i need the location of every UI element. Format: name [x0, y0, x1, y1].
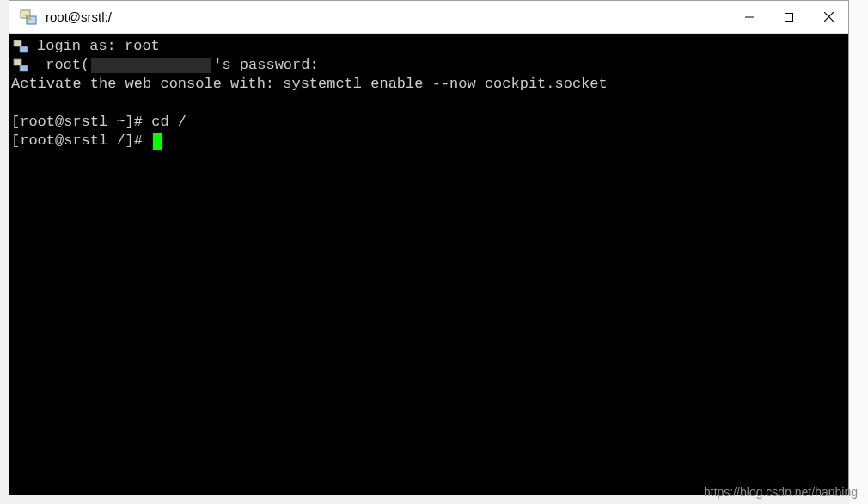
terminal-blank-line [11, 94, 847, 113]
svg-rect-7 [14, 40, 21, 46]
terminal-line: [root@srstl /]# [11, 132, 847, 151]
terminal-window: root@srstl:/ login as: root [9, 0, 849, 495]
maximize-button[interactable] [769, 1, 809, 33]
close-button[interactable] [809, 1, 848, 33]
password-prefix-text: root( [37, 56, 89, 75]
background-panel [849, 0, 868, 504]
svg-rect-10 [20, 65, 28, 71]
svg-rect-9 [14, 59, 21, 65]
terminal-line: [root@srstl ~]# cd / [11, 113, 847, 132]
password-suffix-text: 's password: [213, 56, 318, 75]
terminal-line: login as: root [11, 37, 847, 56]
putty-icon [16, 5, 40, 29]
cursor [153, 133, 162, 150]
minimize-button[interactable] [730, 1, 769, 33]
svg-rect-4 [785, 13, 793, 21]
terminal-line: Activate the web console with: systemctl… [11, 75, 847, 94]
svg-rect-8 [20, 46, 28, 52]
prompt-line-2-text: [root@srstl /]# [11, 132, 151, 151]
redacted-hostname [91, 58, 211, 73]
putty-line-icon [11, 57, 30, 74]
login-prompt-text: login as: root [37, 37, 160, 56]
window-controls [730, 1, 848, 33]
window-title: root@srstl:/ [46, 9, 730, 24]
terminal-line: root( 's password: [11, 56, 847, 75]
putty-line-icon [11, 38, 30, 55]
titlebar[interactable]: root@srstl:/ [9, 1, 848, 34]
activate-message-text: Activate the web console with: systemctl… [11, 75, 608, 94]
prompt-line-1-text: [root@srstl ~]# cd / [11, 113, 186, 132]
terminal-body[interactable]: login as: root root( 's password: Activa… [9, 34, 848, 495]
